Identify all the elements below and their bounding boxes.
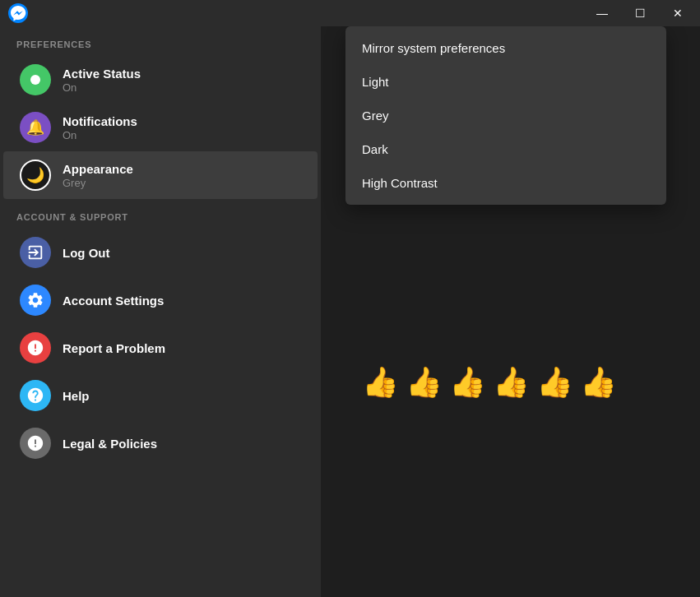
log-out-icon	[20, 237, 51, 268]
account-settings-icon	[20, 285, 51, 316]
maximize-button[interactable]: ☐	[621, 0, 659, 26]
sidebar-item-account-settings[interactable]: Account Settings	[3, 276, 318, 324]
sidebar-item-report-problem[interactable]: Report a Problem	[3, 324, 318, 372]
report-problem-title: Report a Problem	[63, 341, 165, 355]
preferences-section-label: PREFERENCES	[0, 39, 321, 56]
minimize-button[interactable]: —	[583, 0, 621, 26]
sidebar-item-log-out[interactable]: Log Out	[3, 229, 318, 276]
dropdown-item-mirror[interactable]: Mirror system preferences	[345, 31, 666, 65]
sidebar: PREFERENCES Active Status On 🔔 Notificat…	[0, 26, 321, 597]
legal-policies-icon	[20, 428, 51, 459]
emoji-2: 👍	[406, 365, 443, 400]
content-area: Mirror system preferences Light Grey Dar…	[321, 26, 700, 597]
help-title: Help	[63, 389, 90, 403]
svg-point-1	[30, 75, 40, 85]
account-settings-title: Account Settings	[63, 294, 164, 308]
appearance-icon: 🌙	[20, 160, 51, 191]
title-bar: — ☐ ✕	[0, 0, 700, 26]
sidebar-item-appearance[interactable]: 🌙 Appearance Grey	[3, 151, 318, 199]
sidebar-item-notifications[interactable]: 🔔 Notifications On	[3, 104, 318, 151]
close-button[interactable]: ✕	[659, 0, 697, 26]
emoji-3: 👍	[449, 365, 486, 400]
sidebar-item-help[interactable]: Help	[3, 372, 318, 419]
dropdown-item-grey[interactable]: Grey	[345, 99, 666, 132]
log-out-title: Log Out	[63, 246, 109, 260]
emoji-5: 👍	[536, 365, 573, 400]
emoji-1: 👍	[362, 365, 399, 400]
report-problem-icon	[20, 332, 51, 363]
emoji-4: 👍	[493, 365, 530, 400]
dropdown-item-dark[interactable]: Dark	[345, 132, 666, 166]
legal-policies-title: Legal & Policies	[63, 437, 157, 451]
account-section-label: ACCOUNT & SUPPORT	[0, 212, 321, 229]
appearance-subtitle: Grey	[63, 177, 133, 189]
sidebar-item-legal-policies[interactable]: Legal & Policies	[3, 419, 318, 467]
notifications-subtitle: On	[63, 129, 137, 141]
help-icon	[20, 380, 51, 411]
sidebar-item-active-status[interactable]: Active Status On	[3, 56, 318, 104]
notifications-title: Notifications	[63, 114, 137, 128]
notifications-icon: 🔔	[20, 112, 51, 143]
app-logo	[8, 3, 28, 23]
dropdown-item-high-contrast[interactable]: High Contrast	[345, 166, 666, 200]
emoji-reactions: 👍 👍 👍 👍 👍 👍	[362, 365, 617, 400]
active-status-icon	[20, 64, 51, 95]
emoji-6: 👍	[580, 365, 617, 400]
dropdown-item-light[interactable]: Light	[345, 65, 666, 99]
appearance-title: Appearance	[63, 162, 133, 176]
appearance-dropdown: Mirror system preferences Light Grey Dar…	[345, 26, 666, 205]
active-status-title: Active Status	[63, 67, 141, 81]
active-status-subtitle: On	[63, 81, 141, 94]
